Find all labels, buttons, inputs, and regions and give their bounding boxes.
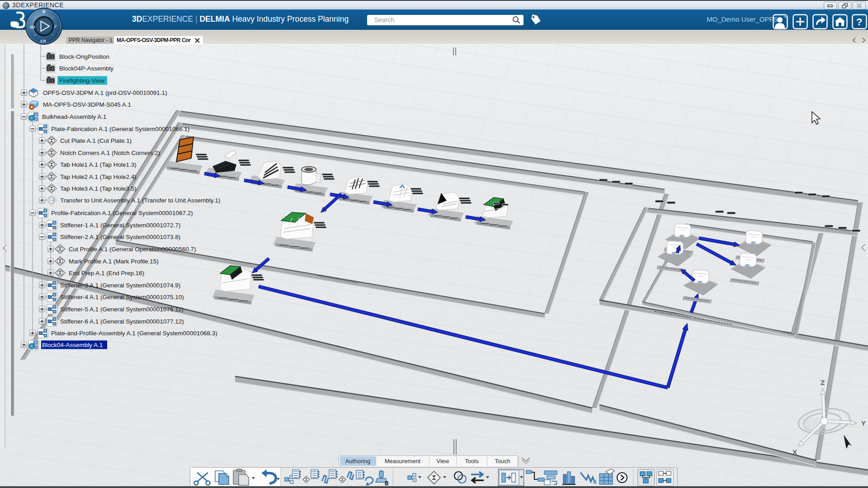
svg-text:Firefighting-View: Firefighting-View <box>59 77 105 84</box>
svg-text:Stiffener-1 A.1 (General Syste: Stiffener-1 A.1 (General System00001072.… <box>60 222 180 229</box>
svg-text:Z: Z <box>821 379 825 386</box>
svg-text:Notch Corners A.1 (Notch Corne: Notch Corners A.1 (Notch Corners.2) <box>60 150 160 156</box>
svg-text:X: X <box>793 448 797 456</box>
svg-text:B: B <box>385 480 389 487</box>
svg-text:Profile-Fabrication A.1 (Gener: Profile-Fabrication A.1 (General System0… <box>51 210 193 216</box>
svg-text:OPFS-OSV-3DPM A.1 (prd-OSV-000: OPFS-OSV-3DPM A.1 (prd-OSV-00010091.1) <box>43 89 167 96</box>
svg-text:Tap Hole3 A.1 (Tap Hole3.5): Tap Hole3 A.1 (Tap Hole3.5) <box>60 185 137 192</box>
svg-text:Mark Profile A.1 (Mark Profile: Mark Profile A.1 (Mark Profile.15) <box>69 258 159 265</box>
svg-text:Plate-Fabrication A.1 (General: Plate-Fabrication A.1 (General System000… <box>51 126 189 132</box>
svg-text:Block04P-Assembly: Block04P-Assembly <box>59 65 113 72</box>
svg-text:Plate-and-Profile-Assembly A.1: Plate-and-Profile-Assembly A.1 (General … <box>51 330 217 337</box>
svg-text:End Prep A.1 (End Prep.16): End Prep A.1 (End Prep.16) <box>69 270 144 277</box>
svg-text:Cut Plate A.1 (Cut Plate.1): Cut Plate A.1 (Cut Plate.1) <box>60 137 132 144</box>
svg-text:V.R: V.R <box>40 39 46 43</box>
svg-text:i': i' <box>54 24 57 29</box>
svg-text:Cut Profile A.1 (General Opera: Cut Profile A.1 (General Operation000005… <box>69 246 196 253</box>
svg-text:Stiffener-2 A.1 (General Syste: Stiffener-2 A.1 (General System00001073.… <box>60 234 180 240</box>
svg-text:?: ? <box>856 16 862 28</box>
svg-text:Transfer to Unit Assembly A.1: Transfer to Unit Assembly A.1 (Transfer … <box>60 197 220 204</box>
svg-text:Stiffener-5 A.1 (General Syste: Stiffener-5 A.1 (General System00001076.… <box>60 306 184 313</box>
svg-text:MA-OPFS-OSV-3DPM-S045 A.1: MA-OPFS-OSV-3DPM-S045 A.1 <box>43 101 131 108</box>
svg-text:Stiffener-4 A.1 (General Syste: Stiffener-4 A.1 (General System00001075.… <box>60 294 184 300</box>
svg-text:Y: Y <box>861 419 866 427</box>
svg-text:Stiffener-3 A.1 (General Syste: Stiffener-3 A.1 (General System00001074.… <box>60 282 180 289</box>
svg-text:3D: 3D <box>29 25 35 29</box>
svg-text:Bulkhead-Assembly A.1: Bulkhead-Assembly A.1 <box>42 113 107 120</box>
svg-text:Stiffener-6 A.1 (General Syste: Stiffener-6 A.1 (General System00001077.… <box>60 318 184 325</box>
svg-text:Block04-Assembly A.1: Block04-Assembly A.1 <box>42 342 103 348</box>
svg-text:Tab Hole1 A.1 (Tap Hole1.3): Tab Hole1 A.1 (Tap Hole1.3) <box>60 161 137 168</box>
svg-text:Block-OrigPosition: Block-OrigPosition <box>59 53 109 60</box>
svg-text:Tap Hole2 A.1 (Tap Hole2.4): Tap Hole2 A.1 (Tap Hole2.4) <box>60 174 137 180</box>
